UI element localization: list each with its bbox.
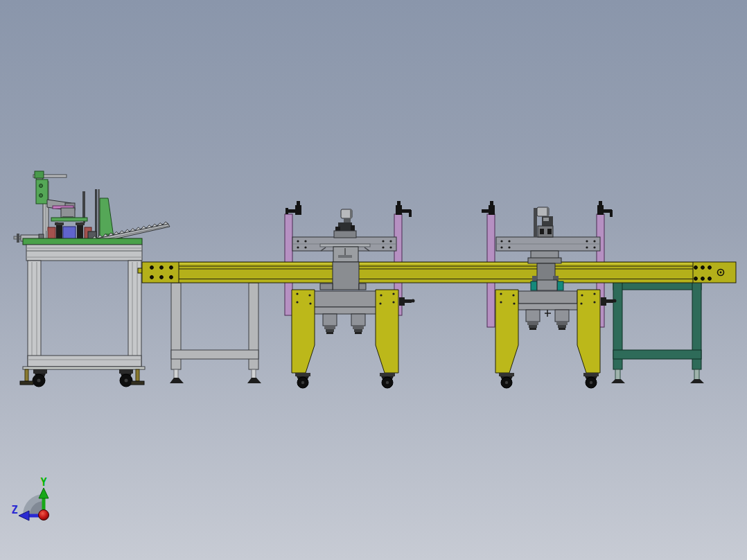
leg-bolts-part: [581, 294, 583, 296]
beam-right-bolts-part: [701, 277, 705, 281]
conveyor-beam[interactable]: [138, 262, 736, 283]
crossbeam-bolts-part: [304, 246, 306, 248]
press-cylinder-part: [326, 329, 334, 332]
gantry-caster-part: [380, 373, 395, 376]
beam-pivot-center: [720, 272, 722, 274]
leveling-foot-part: [20, 381, 33, 385]
gantry2-leg-right: [577, 290, 600, 373]
wing-plate: [320, 244, 370, 247]
top-clamp: [35, 171, 44, 178]
side-clamp: [399, 297, 415, 306]
gripper-motor-face: [543, 218, 549, 221]
gantry1-crossplate: [314, 291, 376, 307]
outfeed-foot-part: [694, 369, 699, 380]
gantry1-handle-left-part: [295, 205, 301, 215]
feeder-equipment[interactable]: [14, 171, 170, 244]
leveling-foot-part: [25, 369, 28, 381]
gantry2-gripper-head[interactable]: [534, 207, 553, 237]
caster-wheel-part: [37, 379, 41, 383]
side-clamp-part: [412, 299, 415, 303]
green-column-plate: [36, 180, 48, 204]
press-cylinder: [526, 310, 540, 330]
crossbeam-bolts-part: [586, 240, 588, 242]
leg-bolts-part: [309, 302, 311, 304]
gantry2-handle-left-part: [490, 201, 493, 206]
gantry2-handle-right: [597, 201, 613, 217]
leg-bolts-part: [296, 301, 298, 303]
gantry-caster-part: [386, 381, 389, 384]
column-hole: [39, 184, 43, 188]
leg-bolts-part: [392, 301, 394, 303]
gripper-center-block: [537, 263, 555, 281]
gantry-caster: [380, 373, 395, 388]
table-base-strip: [23, 367, 145, 369]
leg-bolts-part: [500, 301, 502, 303]
station-table[interactable]: [20, 238, 145, 387]
press-cylinder-part: [559, 328, 565, 330]
leg-bolts-part: [392, 292, 394, 295]
beam-right-bolts-part: [708, 277, 712, 281]
support-stand[interactable]: [170, 283, 261, 383]
gantry1-leg-right: [376, 290, 398, 373]
leg-bolts-part: [296, 292, 298, 295]
gripper-cylinder-end: [547, 207, 549, 216]
stand-foot-part: [247, 378, 261, 383]
axis-origin-sphere[interactable]: [39, 510, 49, 520]
gantry1-handle-right-part: [396, 205, 402, 215]
cad-viewport[interactable]: Y Z: [0, 0, 747, 560]
mini-table-top: [51, 218, 87, 221]
press-cylinder: [323, 314, 337, 334]
stand-foot: [247, 369, 261, 383]
below-beam-block: [537, 280, 557, 290]
crossbeam-bolts-part: [508, 240, 510, 242]
beam-left-bolts-part: [170, 276, 173, 279]
side-clamp-part: [606, 299, 613, 303]
gantry-caster: [583, 373, 599, 388]
model-scene[interactable]: Y Z: [0, 0, 747, 560]
gantry1-press-head[interactable]: [334, 209, 356, 238]
beam-left-bolts-part: [170, 266, 173, 270]
beam-left-bolts-part: [160, 266, 164, 270]
stand-foot-part: [170, 378, 184, 383]
crossbeam-bolts-part: [382, 246, 384, 248]
stand-foot: [170, 369, 184, 383]
teal-clamp-right: [557, 281, 563, 290]
column-hole: [39, 194, 43, 198]
press-cylinder-part: [558, 325, 566, 328]
beam-left-bolts-part: [160, 276, 164, 279]
gripper-detail: [540, 229, 544, 234]
gantry2-lower-bar: [516, 304, 581, 310]
gantry2-crossplate: [518, 291, 577, 304]
outfeed-foot-part: [611, 379, 625, 383]
crossbeam-bolts-part: [508, 246, 510, 248]
leveling-foot: [20, 369, 33, 385]
gripper-detail: [547, 229, 552, 234]
outfeed-table[interactable]: [611, 282, 704, 383]
press-cylinder-part: [323, 314, 337, 326]
press-cylinder-part: [529, 328, 536, 330]
side-clamp-part: [613, 299, 617, 303]
press-bracket: [334, 231, 356, 238]
gantry1-leg-left: [292, 290, 315, 373]
press-cylinder-part: [354, 329, 362, 332]
outfeed-foot-part: [690, 379, 704, 383]
tool-block-lower: [333, 262, 359, 290]
beam-left-tab: [138, 268, 142, 273]
gantry1-handle-left: [285, 201, 301, 215]
stand-foot-part: [174, 369, 178, 378]
crossbeam-bolts-part: [304, 240, 306, 242]
gantry1-handle-right: [396, 201, 412, 217]
gantry-caster-part: [295, 373, 310, 376]
outfeed-foot-part: [615, 369, 620, 380]
caster-wheel: [33, 369, 47, 387]
gantry2-handle-right-part: [599, 201, 602, 206]
press-cylinder-part: [527, 322, 538, 325]
orientation-triad[interactable]: Y Z: [11, 476, 49, 520]
side-block-right: [359, 283, 366, 290]
shock-cap: [76, 222, 85, 225]
side-clamp-part: [601, 297, 606, 306]
beam-right-bolts-part: [701, 266, 705, 270]
teal-clamp-left: [531, 281, 537, 290]
gantry2-leg-left: [495, 290, 518, 373]
table-leg-left: [28, 261, 41, 367]
